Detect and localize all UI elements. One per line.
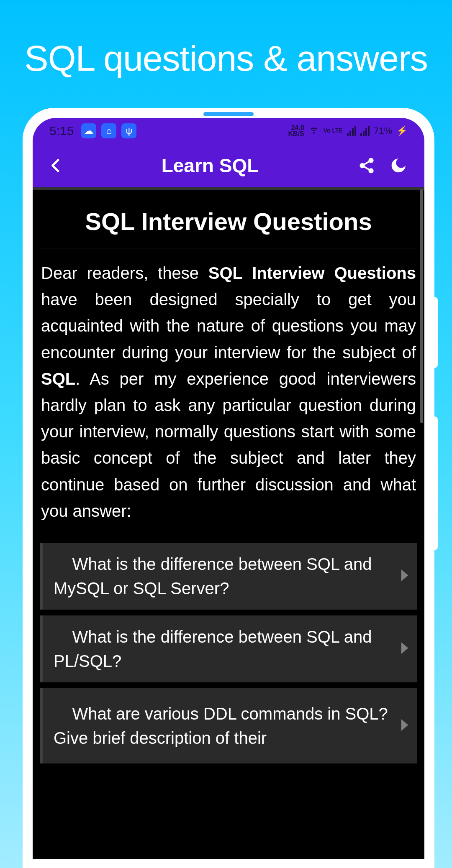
status-battery: 71%: [374, 125, 392, 136]
phone-frame: 5:15 ☁ ⌂ ψ 24.0 KB/S Vo LTE 71% ⚡: [23, 108, 434, 868]
back-button[interactable]: [43, 156, 69, 176]
status-time: 5:15: [49, 124, 74, 138]
intro-text-2: have been designed specially to get you …: [41, 290, 416, 361]
chevron-left-icon: [48, 156, 64, 176]
question-item[interactable]: What is the difference between SQL and M…: [40, 543, 417, 610]
status-icon-app2: ⌂: [101, 123, 116, 138]
article-intro: Dear readers, these SQL Interview Questi…: [40, 260, 417, 537]
chevron-right-icon: [401, 642, 408, 656]
svg-point-0: [369, 158, 373, 163]
status-icon-app3: ψ: [121, 123, 136, 138]
intro-text-1: Dear readers, these: [41, 264, 208, 282]
status-right: 24.0 KB/S Vo LTE 71% ⚡: [288, 125, 408, 137]
scrollbar[interactable]: [420, 189, 423, 423]
signal-icon-2: [360, 126, 370, 136]
status-left: 5:15 ☁ ⌂ ψ: [49, 123, 136, 138]
status-icon-app1: ☁: [81, 123, 96, 138]
chevron-right-icon: [401, 719, 408, 733]
share-icon: [358, 157, 375, 174]
question-text: What is the difference between SQL and P…: [54, 625, 392, 673]
question-item[interactable]: What are various DDL commands in SQL? Gi…: [40, 688, 417, 763]
article-content: SQL Interview Questions Dear readers, th…: [33, 187, 424, 859]
chevron-right-icon: [401, 569, 408, 583]
svg-point-1: [360, 163, 365, 168]
page-heading: SQL questions & answers: [0, 0, 452, 79]
question-item[interactable]: What is the difference between SQL and P…: [40, 615, 417, 682]
phone-side-button-2: [431, 416, 438, 550]
theme-toggle-button[interactable]: [383, 157, 414, 174]
share-button[interactable]: [351, 157, 383, 174]
svg-point-2: [369, 168, 373, 173]
charging-icon: ⚡: [396, 125, 408, 136]
status-bar: 5:15 ☁ ⌂ ψ 24.0 KB/S Vo LTE 71% ⚡: [33, 118, 424, 144]
wifi-icon: [308, 125, 319, 137]
question-text: What are various DDL commands in SQL? Gi…: [54, 702, 392, 750]
intro-text-3: . As per my experience good interviewers…: [41, 370, 416, 520]
status-netspeed: 24.0 KB/S: [288, 125, 304, 137]
signal-icon-1: [347, 126, 356, 136]
moon-icon: [390, 157, 407, 174]
phone-side-button-1: [431, 297, 438, 368]
intro-bold-1: SQL Interview Questions: [208, 264, 416, 282]
app-title: Learn SQL: [69, 154, 351, 177]
intro-bold-2: SQL: [41, 370, 75, 388]
question-text: What is the difference between SQL and M…: [54, 552, 392, 600]
app-bar: Learn SQL: [33, 144, 424, 187]
article-heading: SQL Interview Questions: [40, 200, 417, 248]
status-volte: Vo LTE: [324, 128, 343, 133]
phone-screen: 5:15 ☁ ⌂ ψ 24.0 KB/S Vo LTE 71% ⚡: [33, 118, 424, 859]
